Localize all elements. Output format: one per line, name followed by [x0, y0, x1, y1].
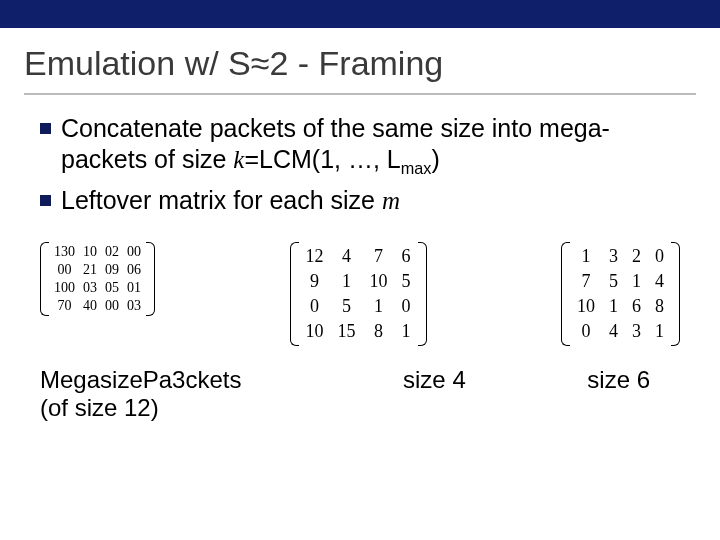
title-underline: [24, 93, 696, 95]
cell: 7: [577, 271, 595, 292]
paren-right-icon: [417, 242, 427, 346]
matrix-1-block: 130 10 02 00 00 21 09 06 100 03 05 01 70…: [40, 242, 155, 316]
caption-1-line2: (of size 12): [40, 394, 159, 421]
cell: 03: [127, 298, 141, 314]
bullet-1: Concatenate packets of the same size int…: [40, 113, 680, 179]
caption-2: size 4: [241, 366, 587, 422]
cell: 8: [655, 296, 664, 317]
cell: 6: [402, 246, 411, 267]
cell: 0: [306, 296, 324, 317]
cell: 00: [54, 262, 75, 278]
caption-1-a: Mega: [40, 366, 100, 393]
cell: 1: [577, 246, 595, 267]
caption-1-line1: MegasizePa3ckets: [40, 366, 241, 393]
cell: 4: [655, 271, 664, 292]
matrix-2-grid: 12 4 7 6 9 1 10 5 0 5 1 0 10 15 8 1: [300, 242, 417, 346]
cell: 3: [632, 321, 641, 342]
cell: 10: [370, 271, 388, 292]
cell: 0: [402, 296, 411, 317]
cell: 8: [370, 321, 388, 342]
cell: 02: [105, 244, 119, 260]
bullet-2-text: Leftover matrix for each size m: [61, 185, 400, 216]
cell: 1: [655, 321, 664, 342]
cell: 1: [370, 296, 388, 317]
matrix-2-block: 12 4 7 6 9 1 10 5 0 5 1 0 10 15 8 1: [290, 242, 427, 346]
paren-left-icon: [561, 242, 571, 346]
cell: 6: [632, 296, 641, 317]
bullet-icon: [40, 123, 51, 134]
cell: 1: [338, 271, 356, 292]
cell: 12: [306, 246, 324, 267]
cell: 5: [338, 296, 356, 317]
header-bar: [0, 0, 720, 28]
cell: 5: [609, 271, 618, 292]
cell: 4: [338, 246, 356, 267]
cell: 1: [402, 321, 411, 342]
cell: 0: [577, 321, 595, 342]
cell: 40: [83, 298, 97, 314]
matrix-3-grid: 1 3 2 0 7 5 1 4 10 1 6 8 0 4 3 1: [571, 242, 670, 346]
paren-left-icon: [290, 242, 300, 346]
cell: 5: [402, 271, 411, 292]
caption-1: MegasizePa3ckets (of size 12): [40, 366, 241, 422]
bullet-1-end: ): [431, 145, 439, 173]
captions-row: MegasizePa3ckets (of size 12) size 4 siz…: [40, 366, 680, 422]
paren-right-icon: [670, 242, 680, 346]
bullet-icon: [40, 195, 51, 206]
cell: 05: [105, 280, 119, 296]
bullet-1-sub: max: [401, 159, 432, 177]
cell: 3: [609, 246, 618, 267]
cell: 4: [609, 321, 618, 342]
cell: 9: [306, 271, 324, 292]
caption-2-text: size 4: [403, 366, 466, 393]
cell: 10: [306, 321, 324, 342]
cell: 21: [83, 262, 97, 278]
cell: 2: [632, 246, 641, 267]
cell: 03: [83, 280, 97, 296]
bullet-list: Concatenate packets of the same size int…: [40, 113, 680, 216]
cell: 00: [127, 244, 141, 260]
bullet-1-text: Concatenate packets of the same size int…: [61, 113, 680, 179]
matrix-1-grid: 130 10 02 00 00 21 09 06 100 03 05 01 70…: [50, 242, 145, 316]
slide-title: Emulation w/ S≈2 - Framing: [0, 28, 720, 83]
caption-3: size 6: [587, 366, 680, 422]
cell: 09: [105, 262, 119, 278]
cell: 7: [370, 246, 388, 267]
paren-left-icon: [40, 242, 50, 316]
cell: 00: [105, 298, 119, 314]
bullet-2-m: m: [382, 187, 400, 214]
cell: 0: [655, 246, 664, 267]
slide: Emulation w/ S≈2 - Framing Concatenate p…: [0, 0, 720, 540]
paren-right-icon: [145, 242, 155, 316]
bullet-2-pre: Leftover matrix for each size: [61, 186, 382, 214]
caption-1-c: Pa: [143, 366, 172, 393]
caption-1-e: ckets: [185, 366, 241, 393]
cell: 130: [54, 244, 75, 260]
cell: 01: [127, 280, 141, 296]
matrix-3-block: 1 3 2 0 7 5 1 4 10 1 6 8 0 4 3 1: [561, 242, 680, 346]
bullet-2: Leftover matrix for each size m: [40, 185, 680, 216]
bullet-1-k: k: [233, 146, 244, 173]
cell: 15: [338, 321, 356, 342]
cell: 100: [54, 280, 75, 296]
cell: 10: [83, 244, 97, 260]
matrix-3: 1 3 2 0 7 5 1 4 10 1 6 8 0 4 3 1: [561, 242, 680, 346]
cell: 1: [632, 271, 641, 292]
matrix-1: 130 10 02 00 00 21 09 06 100 03 05 01 70…: [40, 242, 155, 316]
cell: 70: [54, 298, 75, 314]
caption-1-b: size: [100, 366, 143, 393]
matrix-2: 12 4 7 6 9 1 10 5 0 5 1 0 10 15 8 1: [290, 242, 427, 346]
caption-3-text: size 6: [587, 366, 650, 393]
bullet-1-mid: =LCM(1, …, L: [244, 145, 400, 173]
cell: 10: [577, 296, 595, 317]
caption-1-d: 3: [172, 366, 185, 393]
cell: 06: [127, 262, 141, 278]
matrices-row: 130 10 02 00 00 21 09 06 100 03 05 01 70…: [40, 242, 680, 346]
cell: 1: [609, 296, 618, 317]
title-text: Emulation w/ S≈2 - Framing: [24, 44, 443, 82]
